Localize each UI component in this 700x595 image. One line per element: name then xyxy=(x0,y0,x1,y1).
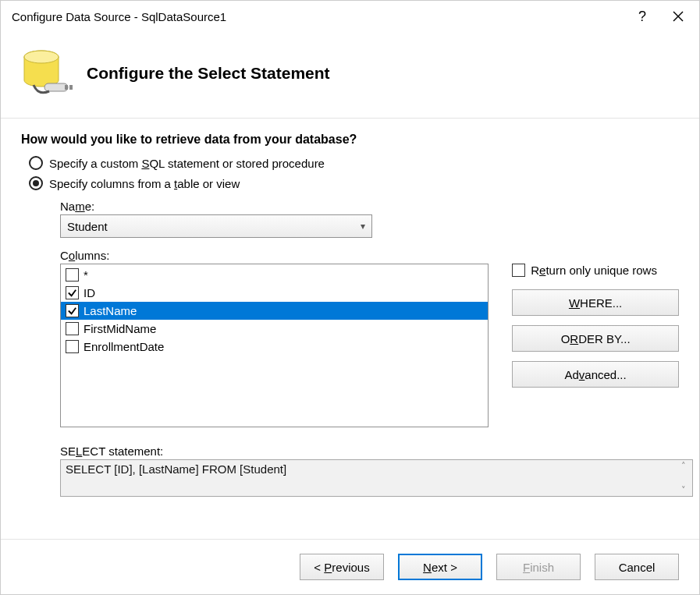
checkbox[interactable] xyxy=(66,304,79,317)
column-item-lastname[interactable]: LastName xyxy=(61,302,488,320)
columns-area: * ID LastName FirstMidName xyxy=(60,264,679,427)
select-statement-label: SELECT statement: xyxy=(60,444,679,458)
column-item-enrollmentdate[interactable]: EnrollmentDate xyxy=(61,338,488,356)
wizard-header: Configure the Select Statement xyxy=(1,32,699,118)
radio-columns-label: Specify columns from a table or view xyxy=(49,177,240,190)
help-button[interactable]: ? xyxy=(624,2,660,31)
chevron-down-icon: ▾ xyxy=(361,221,365,232)
options-column: Return only unique rows WHERE... ORDER B… xyxy=(512,264,679,388)
previous-button[interactable]: < Previous xyxy=(300,554,384,580)
column-label: * xyxy=(84,268,88,282)
checkbox[interactable] xyxy=(66,340,79,353)
checkbox[interactable] xyxy=(66,286,79,299)
datasource-icon xyxy=(18,46,79,101)
wizard-footer: < Previous Next > Finish Cancel xyxy=(1,539,699,594)
finish-button: Finish xyxy=(496,554,581,580)
radio-specify-columns[interactable]: Specify columns from a table or view xyxy=(29,176,679,190)
column-item-star[interactable]: * xyxy=(61,266,488,284)
next-button[interactable]: Next > xyxy=(398,554,482,580)
checkbox[interactable] xyxy=(512,264,525,277)
columns-label: Columns: xyxy=(60,249,679,262)
wizard-body: How would you like to retrieve data from… xyxy=(1,119,699,539)
titlebar: Configure Data Source - SqlDataSource1 ? xyxy=(1,1,699,32)
cancel-button[interactable]: Cancel xyxy=(595,554,679,580)
unique-rows-label: Return only unique rows xyxy=(531,264,657,277)
radio-custom-label: Specify a custom SQL statement or stored… xyxy=(49,157,325,170)
dialog-window: Configure Data Source - SqlDataSource1 ?… xyxy=(0,0,700,595)
checkbox[interactable] xyxy=(66,268,79,282)
close-button[interactable] xyxy=(660,2,696,31)
table-name-value: Student xyxy=(67,220,108,233)
columns-listbox[interactable]: * ID LastName FirstMidName xyxy=(60,264,489,427)
radio-icon xyxy=(29,176,43,190)
unique-rows-checkbox[interactable]: Return only unique rows xyxy=(512,264,679,277)
window-title: Configure Data Source - SqlDataSource1 xyxy=(12,10,624,23)
chevron-up-icon: ˄ xyxy=(677,462,691,470)
close-icon xyxy=(673,11,684,22)
columns-config: Name: Student ▾ Columns: * ID xyxy=(60,200,679,497)
checkbox[interactable] xyxy=(66,322,79,335)
radio-icon xyxy=(29,156,43,170)
column-label: FirstMidName xyxy=(84,322,156,335)
table-name-combo[interactable]: Student ▾ xyxy=(60,214,372,238)
orderby-button[interactable]: ORDER BY... xyxy=(512,325,679,352)
column-label: ID xyxy=(84,286,95,299)
where-button[interactable]: WHERE... xyxy=(512,289,679,316)
select-statement-text: SELECT [ID], [LastName] FROM [Student] xyxy=(66,462,286,476)
svg-rect-6 xyxy=(69,85,73,90)
scroll-spinner[interactable]: ˄˅ xyxy=(677,462,691,494)
column-label: LastName xyxy=(84,304,183,317)
column-item-firstmidname[interactable]: FirstMidName xyxy=(61,320,488,338)
radio-custom-sql[interactable]: Specify a custom SQL statement or stored… xyxy=(29,156,679,170)
column-label: EnrollmentDate xyxy=(84,340,164,353)
svg-rect-5 xyxy=(65,85,68,90)
retrieve-question: How would you like to retrieve data from… xyxy=(21,133,679,147)
chevron-down-icon: ˅ xyxy=(677,486,691,494)
svg-rect-4 xyxy=(44,83,68,91)
svg-point-3 xyxy=(24,51,59,63)
wizard-heading: Configure the Select Statement xyxy=(87,64,330,83)
column-item-id[interactable]: ID xyxy=(61,284,488,302)
name-label: Name: xyxy=(60,200,679,213)
select-statement-box: SELECT [ID], [LastName] FROM [Student] ˄… xyxy=(60,459,693,497)
advanced-button[interactable]: Advanced... xyxy=(512,361,679,388)
